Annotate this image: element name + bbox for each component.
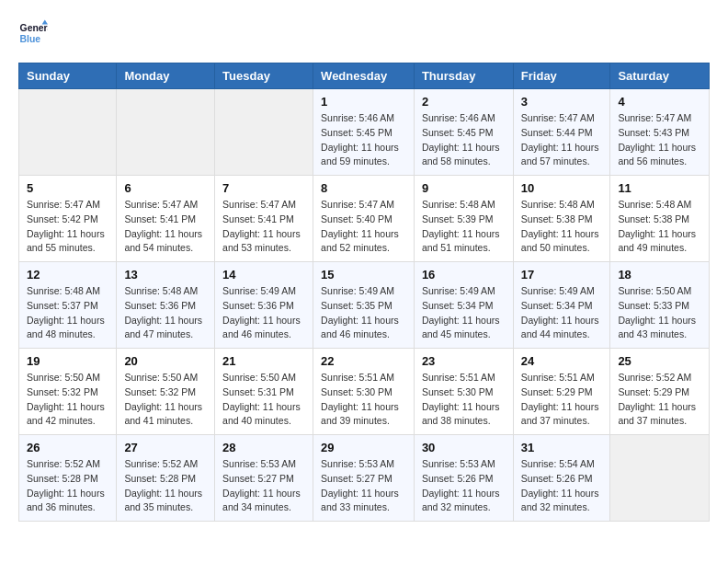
day-number: 5 <box>27 181 108 195</box>
logo: General Blue <box>18 18 53 48</box>
calendar-cell: 2Sunrise: 5:46 AM Sunset: 5:45 PM Daylig… <box>414 89 513 176</box>
day-number: 21 <box>222 354 305 368</box>
day-number: 17 <box>521 268 603 282</box>
calendar-cell: 18Sunrise: 5:50 AM Sunset: 5:33 PM Dayli… <box>610 262 710 349</box>
calendar-cell: 17Sunrise: 5:49 AM Sunset: 5:34 PM Dayli… <box>513 262 610 349</box>
calendar-cell: 23Sunrise: 5:51 AM Sunset: 5:30 PM Dayli… <box>414 349 513 435</box>
day-number: 7 <box>222 181 305 195</box>
day-number: 27 <box>124 441 207 454</box>
day-number: 20 <box>124 354 207 368</box>
day-info: Sunrise: 5:46 AM Sunset: 5:45 PM Dayligh… <box>321 111 406 169</box>
calendar-cell: 20Sunrise: 5:50 AM Sunset: 5:32 PM Dayli… <box>117 349 215 435</box>
calendar-cell: 3Sunrise: 5:47 AM Sunset: 5:44 PM Daylig… <box>513 89 610 176</box>
calendar-cell: 12Sunrise: 5:48 AM Sunset: 5:37 PM Dayli… <box>19 262 117 349</box>
day-info: Sunrise: 5:50 AM Sunset: 5:32 PM Dayligh… <box>27 371 108 429</box>
calendar-cell: 14Sunrise: 5:49 AM Sunset: 5:36 PM Dayli… <box>215 262 313 349</box>
day-info: Sunrise: 5:51 AM Sunset: 5:29 PM Dayligh… <box>521 371 603 429</box>
day-info: Sunrise: 5:52 AM Sunset: 5:28 PM Dayligh… <box>124 457 207 515</box>
calendar-cell: 1Sunrise: 5:46 AM Sunset: 5:45 PM Daylig… <box>313 89 415 176</box>
day-number: 14 <box>222 268 305 282</box>
day-info: Sunrise: 5:52 AM Sunset: 5:28 PM Dayligh… <box>27 457 108 515</box>
day-info: Sunrise: 5:48 AM Sunset: 5:39 PM Dayligh… <box>422 198 506 256</box>
calendar-cell: 22Sunrise: 5:51 AM Sunset: 5:30 PM Dayli… <box>313 349 415 435</box>
calendar-cell <box>610 435 710 522</box>
calendar-cell: 5Sunrise: 5:47 AM Sunset: 5:42 PM Daylig… <box>19 176 117 262</box>
day-info: Sunrise: 5:49 AM Sunset: 5:35 PM Dayligh… <box>321 284 406 342</box>
calendar-cell: 30Sunrise: 5:53 AM Sunset: 5:26 PM Dayli… <box>414 435 513 522</box>
calendar-cell: 31Sunrise: 5:54 AM Sunset: 5:26 PM Dayli… <box>513 435 610 522</box>
svg-marker-2 <box>42 20 48 25</box>
day-info: Sunrise: 5:47 AM Sunset: 5:43 PM Dayligh… <box>618 111 701 169</box>
calendar-week-row: 26Sunrise: 5:52 AM Sunset: 5:28 PM Dayli… <box>19 435 710 522</box>
day-number: 12 <box>27 268 108 282</box>
day-info: Sunrise: 5:50 AM Sunset: 5:33 PM Dayligh… <box>618 284 701 342</box>
svg-text:Blue: Blue <box>20 34 41 44</box>
calendar-table: SundayMondayTuesdayWednesdayThursdayFrid… <box>18 63 710 522</box>
day-number: 29 <box>321 441 406 454</box>
day-info: Sunrise: 5:47 AM Sunset: 5:41 PM Dayligh… <box>124 198 207 256</box>
calendar-week-row: 1Sunrise: 5:46 AM Sunset: 5:45 PM Daylig… <box>19 89 710 176</box>
calendar-week-row: 19Sunrise: 5:50 AM Sunset: 5:32 PM Dayli… <box>19 349 710 435</box>
svg-text:General: General <box>20 23 48 33</box>
day-info: Sunrise: 5:49 AM Sunset: 5:34 PM Dayligh… <box>422 284 506 342</box>
day-number: 11 <box>618 181 701 195</box>
day-info: Sunrise: 5:53 AM Sunset: 5:27 PM Dayligh… <box>321 457 406 515</box>
calendar-week-row: 12Sunrise: 5:48 AM Sunset: 5:37 PM Dayli… <box>19 262 710 349</box>
day-number: 26 <box>27 441 108 454</box>
day-info: Sunrise: 5:48 AM Sunset: 5:38 PM Dayligh… <box>618 198 701 256</box>
calendar-cell: 24Sunrise: 5:51 AM Sunset: 5:29 PM Dayli… <box>513 349 610 435</box>
day-number: 22 <box>321 354 406 368</box>
day-number: 28 <box>222 441 305 454</box>
day-number: 2 <box>422 95 506 109</box>
logo-icon: General Blue <box>18 18 48 48</box>
weekday-header-sunday: Sunday <box>19 63 117 89</box>
day-info: Sunrise: 5:48 AM Sunset: 5:36 PM Dayligh… <box>124 284 207 342</box>
day-info: Sunrise: 5:47 AM Sunset: 5:41 PM Dayligh… <box>222 198 305 256</box>
day-number: 8 <box>321 181 406 195</box>
calendar-cell: 25Sunrise: 5:52 AM Sunset: 5:29 PM Dayli… <box>610 349 710 435</box>
weekday-header-row: SundayMondayTuesdayWednesdayThursdayFrid… <box>19 63 710 89</box>
calendar-week-row: 5Sunrise: 5:47 AM Sunset: 5:42 PM Daylig… <box>19 176 710 262</box>
day-number: 6 <box>124 181 207 195</box>
calendar-cell: 9Sunrise: 5:48 AM Sunset: 5:39 PM Daylig… <box>414 176 513 262</box>
weekday-header-monday: Monday <box>117 63 215 89</box>
calendar-cell: 11Sunrise: 5:48 AM Sunset: 5:38 PM Dayli… <box>610 176 710 262</box>
day-info: Sunrise: 5:47 AM Sunset: 5:44 PM Dayligh… <box>521 111 603 169</box>
day-info: Sunrise: 5:50 AM Sunset: 5:32 PM Dayligh… <box>124 371 207 429</box>
calendar-cell: 15Sunrise: 5:49 AM Sunset: 5:35 PM Dayli… <box>313 262 415 349</box>
day-info: Sunrise: 5:53 AM Sunset: 5:26 PM Dayligh… <box>422 457 506 515</box>
day-info: Sunrise: 5:51 AM Sunset: 5:30 PM Dayligh… <box>321 371 406 429</box>
day-number: 13 <box>124 268 207 282</box>
calendar-cell: 10Sunrise: 5:48 AM Sunset: 5:38 PM Dayli… <box>513 176 610 262</box>
day-number: 4 <box>618 95 701 109</box>
day-number: 18 <box>618 268 701 282</box>
weekday-header-wednesday: Wednesday <box>313 63 415 89</box>
calendar-cell: 8Sunrise: 5:47 AM Sunset: 5:40 PM Daylig… <box>313 176 415 262</box>
day-number: 10 <box>521 181 603 195</box>
day-info: Sunrise: 5:46 AM Sunset: 5:45 PM Dayligh… <box>422 111 506 169</box>
day-number: 25 <box>618 354 701 368</box>
day-number: 19 <box>27 354 108 368</box>
calendar-cell: 19Sunrise: 5:50 AM Sunset: 5:32 PM Dayli… <box>19 349 117 435</box>
calendar-cell: 29Sunrise: 5:53 AM Sunset: 5:27 PM Dayli… <box>313 435 415 522</box>
calendar-cell: 16Sunrise: 5:49 AM Sunset: 5:34 PM Dayli… <box>414 262 513 349</box>
day-info: Sunrise: 5:48 AM Sunset: 5:38 PM Dayligh… <box>521 198 603 256</box>
day-number: 24 <box>521 354 603 368</box>
day-info: Sunrise: 5:50 AM Sunset: 5:31 PM Dayligh… <box>222 371 305 429</box>
calendar-cell: 13Sunrise: 5:48 AM Sunset: 5:36 PM Dayli… <box>117 262 215 349</box>
weekday-header-friday: Friday <box>513 63 610 89</box>
day-info: Sunrise: 5:49 AM Sunset: 5:34 PM Dayligh… <box>521 284 603 342</box>
weekday-header-tuesday: Tuesday <box>215 63 313 89</box>
page-header: General Blue <box>18 18 710 48</box>
day-info: Sunrise: 5:49 AM Sunset: 5:36 PM Dayligh… <box>222 284 305 342</box>
calendar-cell: 7Sunrise: 5:47 AM Sunset: 5:41 PM Daylig… <box>215 176 313 262</box>
calendar-cell: 6Sunrise: 5:47 AM Sunset: 5:41 PM Daylig… <box>117 176 215 262</box>
day-number: 3 <box>521 95 603 109</box>
calendar-cell <box>19 89 117 176</box>
day-info: Sunrise: 5:51 AM Sunset: 5:30 PM Dayligh… <box>422 371 506 429</box>
day-info: Sunrise: 5:47 AM Sunset: 5:42 PM Dayligh… <box>27 198 108 256</box>
calendar-cell: 21Sunrise: 5:50 AM Sunset: 5:31 PM Dayli… <box>215 349 313 435</box>
day-info: Sunrise: 5:48 AM Sunset: 5:37 PM Dayligh… <box>27 284 108 342</box>
calendar-cell <box>215 89 313 176</box>
weekday-header-thursday: Thursday <box>414 63 513 89</box>
